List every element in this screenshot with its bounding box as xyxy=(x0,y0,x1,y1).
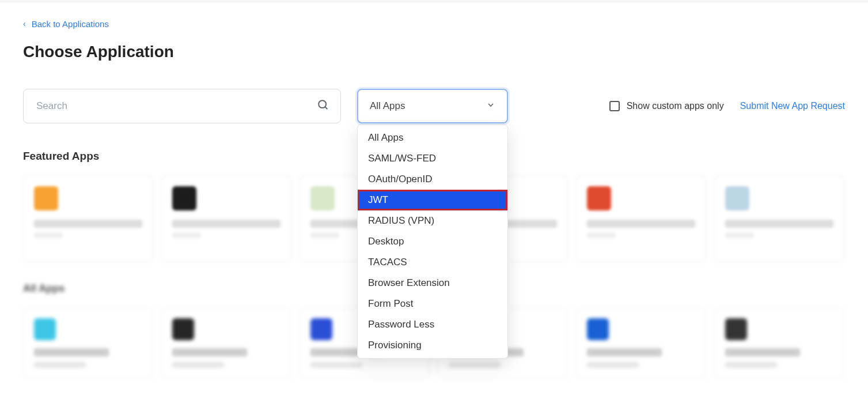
dropdown-option-radius[interactable]: RADIUS (VPN) xyxy=(358,210,507,231)
app-icon xyxy=(725,318,747,340)
search-input[interactable] xyxy=(23,89,341,123)
dropdown-option-desktop[interactable]: Desktop xyxy=(358,231,507,252)
app-card[interactable] xyxy=(576,307,706,379)
submit-new-app-request-link[interactable]: Submit New App Request xyxy=(740,101,845,111)
chevron-left-icon: ‹ xyxy=(23,19,26,28)
controls-row: All Apps All Apps SAML/WS-FED OAuth/Open… xyxy=(23,89,845,123)
page-title: Choose Application xyxy=(23,43,845,61)
app-icon xyxy=(172,318,194,340)
back-link-text: Back to Applications xyxy=(32,19,109,29)
app-card[interactable] xyxy=(161,307,291,379)
app-icon xyxy=(310,186,335,210)
search-icon xyxy=(317,99,329,114)
dropdown-option-jwt[interactable]: JWT xyxy=(358,190,507,210)
app-card[interactable] xyxy=(161,175,291,262)
dropdown-option-form-post[interactable]: Form Post xyxy=(358,293,507,314)
app-card[interactable] xyxy=(23,175,153,262)
svg-point-0 xyxy=(319,100,326,108)
filter-dropdown: All Apps All Apps SAML/WS-FED OAuth/Open… xyxy=(357,89,508,123)
dropdown-option-password-less[interactable]: Password Less xyxy=(358,314,507,335)
app-card[interactable] xyxy=(714,175,844,262)
app-icon xyxy=(34,186,58,210)
dropdown-option-all-apps[interactable]: All Apps xyxy=(358,127,507,148)
show-custom-apps-checkbox[interactable]: Show custom apps only xyxy=(609,101,724,111)
filter-dropdown-value: All Apps xyxy=(370,100,405,112)
app-icon xyxy=(587,318,609,340)
chevron-down-icon xyxy=(486,100,495,112)
checkbox-label: Show custom apps only xyxy=(627,101,724,111)
dropdown-option-provisioning[interactable]: Provisioning xyxy=(358,335,507,356)
dropdown-option-saml[interactable]: SAML/WS-FED xyxy=(358,148,507,169)
search-box xyxy=(23,89,341,123)
app-card[interactable] xyxy=(23,307,153,379)
checkbox-icon xyxy=(609,101,620,111)
dropdown-option-oauth[interactable]: OAuth/OpenID xyxy=(358,169,507,190)
svg-line-1 xyxy=(325,107,327,109)
app-icon xyxy=(310,318,332,340)
dropdown-option-tacacs[interactable]: TACACS xyxy=(358,252,507,273)
filter-dropdown-menu: All Apps SAML/WS-FED OAuth/OpenID JWT RA… xyxy=(357,125,508,359)
filter-dropdown-button[interactable]: All Apps xyxy=(357,89,508,123)
app-icon xyxy=(34,318,56,340)
app-icon xyxy=(725,186,749,210)
app-icon xyxy=(587,186,611,210)
app-card[interactable] xyxy=(576,175,706,262)
app-icon xyxy=(172,186,196,210)
app-card[interactable] xyxy=(714,307,844,379)
back-to-applications-link[interactable]: ‹ Back to Applications xyxy=(23,19,109,29)
dropdown-option-browser-ext[interactable]: Browser Extension xyxy=(358,273,507,293)
